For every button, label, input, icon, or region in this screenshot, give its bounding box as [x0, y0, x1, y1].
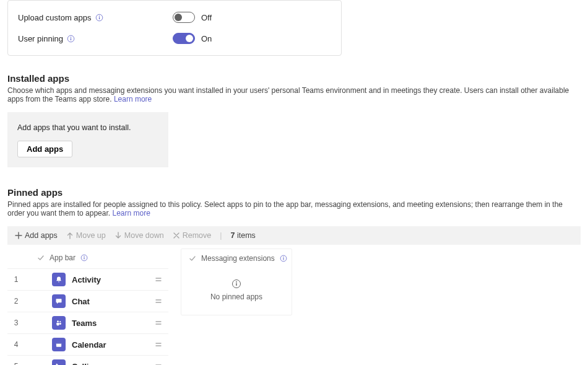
info-icon [181, 279, 292, 289]
app-name: Calendar [72, 340, 146, 350]
check-icon [37, 254, 45, 262]
toggle-state: Off [201, 13, 212, 22]
bell-icon [52, 273, 66, 286]
pinned-apps-desc: Pinned apps are installed for people ass… [7, 200, 581, 218]
svg-rect-8 [84, 257, 85, 259]
svg-rect-12 [56, 342, 61, 343]
btn-label: Move down [124, 231, 164, 240]
svg-point-4 [71, 37, 71, 37]
move-down-button[interactable]: Move down [115, 231, 164, 240]
btn-label: Add apps [25, 231, 58, 240]
btn-label: Move up [76, 231, 106, 240]
calendar-icon [52, 338, 66, 351]
info-icon[interactable] [280, 255, 287, 262]
svg-rect-17 [283, 258, 283, 260]
toggle-state: On [201, 34, 212, 43]
col-title: App bar [50, 253, 76, 262]
label-text: User pinning [18, 34, 63, 43]
settings-card: Upload custom apps Off User pinning On [7, 0, 342, 56]
app-name: Chat [72, 297, 146, 306]
setting-label: Upload custom apps [18, 13, 173, 22]
app-bar-header: App bar [7, 248, 168, 268]
empty-state: No pinned apps [181, 269, 292, 304]
drag-handle-icon[interactable] [152, 297, 165, 305]
label-text: Upload custom apps [18, 13, 92, 22]
pinned-apps-title: Pinned apps [7, 187, 581, 198]
install-apps-card: Add apps that you want to install. Add a… [7, 112, 168, 167]
installed-apps-desc: Choose which apps and messaging extensio… [7, 86, 581, 103]
teams-icon [52, 316, 66, 330]
svg-point-19 [236, 281, 237, 283]
msgext-header: Messaging extensions [181, 249, 292, 269]
learn-more-link[interactable]: Learn more [112, 209, 150, 218]
arrow-down-icon [115, 232, 122, 239]
pinned-columns: App bar 1Activity2Chat3Teams4Calendar5Ca… [7, 248, 581, 365]
row-index: 5 [11, 362, 21, 365]
desc-text: Choose which apps and messaging extensio… [7, 86, 569, 103]
info-icon[interactable] [67, 35, 75, 43]
col-title: Messaging extensions [201, 254, 275, 263]
svg-point-16 [283, 257, 283, 257]
arrow-up-icon [66, 232, 74, 239]
btn-label: Remove [183, 231, 212, 240]
installed-apps-title: Installed apps [7, 73, 581, 84]
add-apps-button[interactable]: Add apps [17, 141, 72, 157]
messaging-extensions-column: Messaging extensions No pinned apps [181, 248, 292, 315]
row-index: 3 [11, 319, 21, 327]
install-card-text: Add apps that you want to install. [17, 123, 158, 132]
setting-user-pinning: User pinning On [18, 28, 331, 49]
svg-point-10 [59, 321, 61, 322]
check-icon [189, 255, 196, 262]
svg-point-7 [84, 256, 84, 257]
svg-rect-5 [71, 38, 71, 40]
plus-icon [15, 232, 22, 239]
chat-icon [52, 294, 66, 308]
count-number: 7 [231, 231, 235, 240]
toggle-upload-custom-apps[interactable] [173, 12, 195, 23]
desc-text: Pinned apps are installed for people ass… [7, 200, 563, 218]
count-label: items [237, 231, 256, 240]
svg-rect-2 [98, 17, 99, 19]
setting-upload-custom-apps: Upload custom apps Off [18, 7, 331, 28]
phone-icon [52, 359, 66, 365]
app-name: Calling [72, 362, 146, 366]
move-up-button[interactable]: Move up [66, 231, 106, 240]
app-row[interactable]: 5Calling [7, 355, 168, 365]
row-index: 4 [11, 340, 21, 349]
toggle-wrap: Off [173, 12, 212, 23]
svg-point-9 [57, 320, 59, 322]
drag-handle-icon[interactable] [152, 363, 165, 365]
svg-point-1 [98, 15, 99, 16]
toggle-wrap: On [173, 33, 212, 44]
drag-handle-icon[interactable] [152, 341, 165, 348]
drag-handle-icon[interactable] [152, 276, 165, 283]
app-row[interactable]: 1Activity [7, 268, 168, 290]
info-icon[interactable] [80, 254, 88, 262]
separator: | [220, 231, 222, 240]
app-row[interactable]: 4Calendar [7, 333, 168, 355]
app-row[interactable]: 2Chat [7, 290, 168, 312]
app-row[interactable]: 3Teams [7, 312, 168, 333]
svg-rect-20 [236, 283, 236, 286]
drag-handle-icon[interactable] [152, 319, 165, 327]
remove-button[interactable]: Remove [173, 231, 212, 240]
x-icon [173, 232, 180, 239]
row-index: 1 [11, 275, 21, 284]
item-count: 7 items [231, 231, 256, 240]
app-bar-column: App bar 1Activity2Chat3Teams4Calendar5Ca… [7, 248, 168, 365]
app-name: Teams [72, 319, 146, 328]
add-apps-toolbar-button[interactable]: Add apps [15, 231, 58, 240]
toggle-user-pinning[interactable] [173, 33, 195, 44]
info-icon[interactable] [95, 14, 103, 22]
setting-label: User pinning [18, 34, 173, 43]
row-index: 2 [11, 297, 21, 306]
app-name: Activity [72, 275, 146, 284]
pinned-toolbar: Add apps Move up Move down Remove | 7 it… [7, 226, 581, 245]
learn-more-link[interactable]: Learn more [114, 95, 152, 103]
empty-text: No pinned apps [181, 292, 292, 301]
